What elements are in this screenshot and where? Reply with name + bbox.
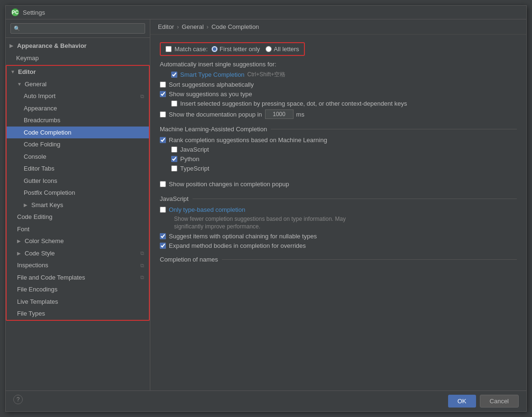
sidebar-item-general[interactable]: ▼ General — [7, 78, 149, 91]
sidebar-item-postfix-completion[interactable]: Postfix Completion — [7, 187, 149, 199]
sidebar-item-code-completion[interactable]: Code Completion — [7, 127, 149, 139]
js-section-line — [193, 199, 517, 199]
arrow-icon: ▶ — [17, 237, 23, 245]
sidebar-item-label: Code Style — [25, 249, 55, 258]
search-input[interactable] — [10, 23, 145, 34]
show-suggestions-check[interactable] — [160, 91, 166, 97]
match-case-check[interactable] — [165, 46, 172, 52]
sidebar-item-label: Appearance — [24, 104, 57, 113]
sidebar-item-editor-tabs[interactable]: Editor Tabs — [7, 163, 149, 175]
ml-section-separator: Machine Learning-Assisted Completion — [160, 126, 517, 133]
sidebar-item-label: File Types — [17, 309, 45, 318]
sidebar-item-file-encodings[interactable]: File Encodings — [7, 283, 149, 296]
copy-icon: ⧉ — [140, 92, 144, 100]
sidebar-item-file-types[interactable]: File Types — [7, 308, 149, 320]
typescript-check[interactable] — [171, 165, 177, 172]
show-position-check[interactable] — [160, 181, 166, 187]
suggest-nullable-label: Suggest items with optional chaining for… — [169, 233, 317, 240]
sidebar-item-appearance[interactable]: Appearance — [7, 102, 149, 115]
only-type-desc1: Show fewer completion suggestions based … — [174, 216, 517, 222]
sidebar-item-label: Color Scheme — [25, 236, 64, 246]
rank-ml-check[interactable] — [160, 137, 166, 143]
match-case-row: Match case: First letter only All letter… — [160, 42, 305, 56]
sidebar-item-keymap[interactable]: Keymap — [6, 52, 150, 64]
only-type-check[interactable] — [160, 207, 166, 213]
first-letter-radio[interactable]: First letter only — [211, 45, 260, 53]
sidebar-item-appearance-behavior[interactable]: ▶ Appearance & Behavior — [6, 40, 150, 52]
insert-selected-label: Insert selected suggestion by pressing s… — [180, 100, 407, 107]
sidebar-item-font[interactable]: Font — [7, 223, 149, 236]
help-button[interactable]: ? — [13, 395, 23, 404]
show-suggestions-label: Show suggestions as you type — [169, 91, 252, 98]
sidebar-item-code-style[interactable]: ▶ Code Style ⧉ — [7, 247, 149, 260]
rank-ml-checkbox[interactable]: Rank completion suggestions based on Mac… — [160, 136, 517, 144]
sidebar-item-code-editing[interactable]: Code Editing — [7, 211, 149, 223]
insert-selected-checkbox[interactable]: Insert selected suggestion by pressing s… — [171, 100, 517, 107]
suggest-nullable-checkbox[interactable]: Suggest items with optional chaining for… — [160, 233, 517, 240]
sidebar-item-smart-keys[interactable]: ▶ Smart Keys — [7, 199, 149, 211]
sidebar-item-breadcrumbs[interactable]: Breadcrumbs — [7, 114, 149, 127]
copy-icon: ⧉ — [140, 249, 144, 257]
match-case-checkbox[interactable]: Match case: — [165, 45, 208, 53]
sidebar-item-live-templates[interactable]: Live Templates — [7, 296, 149, 308]
arrow-icon: ▶ — [24, 201, 29, 208]
sidebar-item-console[interactable]: Console — [7, 151, 149, 163]
sidebar-item-label: Code Editing — [17, 212, 52, 222]
show-suggestions-checkbox[interactable]: Show suggestions as you type — [160, 91, 517, 98]
sort-alpha-check[interactable] — [160, 82, 166, 88]
expand-method-check[interactable] — [160, 243, 166, 249]
insert-selected-check[interactable] — [171, 100, 177, 107]
all-letters-label: All letters — [274, 45, 299, 53]
python-label: Python — [180, 155, 199, 163]
match-case-label: Match case: — [174, 45, 208, 53]
sidebar-item-inspections[interactable]: Inspections ⧉ — [7, 259, 149, 272]
sidebar-item-label: File Encodings — [17, 285, 57, 294]
smart-type-checkbox[interactable]: Smart Type Completion Ctrl+Shift+空格 — [171, 71, 517, 79]
sort-alpha-label: Sort suggestions alphabetically — [169, 81, 254, 88]
doc-popup-value-input[interactable] — [265, 109, 294, 119]
arrow-icon: ▼ — [10, 68, 16, 75]
search-box: 🔍 — [6, 19, 150, 38]
only-type-checkbox[interactable]: Only type-based completion — [160, 206, 517, 213]
search-icon: 🔍 — [14, 26, 20, 32]
sort-alpha-checkbox[interactable]: Sort suggestions alphabetically — [160, 81, 517, 88]
smart-type-check[interactable] — [171, 72, 177, 78]
ok-button[interactable]: OK — [448, 395, 476, 408]
completion-names-line — [222, 259, 517, 260]
js-section-label: JavaScript — [160, 195, 193, 202]
show-doc-popup-checkbox[interactable]: Show the documentation popup in ms — [160, 109, 517, 119]
rank-ml-label: Rank completion suggestions based on Mac… — [169, 136, 327, 144]
sidebar-item-auto-import[interactable]: Auto Import ⧉ — [7, 90, 149, 102]
sidebar-item-label: Live Templates — [17, 297, 58, 307]
arrow-icon: ▼ — [17, 81, 23, 88]
auto-insert-label: Automatically insert single suggestions … — [160, 61, 517, 68]
sidebar-item-code-folding[interactable]: Code Folding — [7, 138, 149, 151]
typescript-checkbox[interactable]: TypeScript — [171, 165, 517, 172]
show-doc-popup-check[interactable] — [160, 111, 166, 118]
sidebar-item-label: Breadcrumbs — [24, 116, 60, 125]
suggest-nullable-check[interactable] — [160, 233, 166, 239]
sidebar-item-label: Editor — [18, 67, 36, 77]
match-case-radio-group: First letter only All letters — [211, 45, 299, 53]
sidebar-item-color-scheme[interactable]: ▶ Color Scheme — [7, 235, 149, 247]
all-letters-radio-input[interactable] — [266, 46, 272, 52]
sidebar-item-file-code-templates[interactable]: File and Code Templates ⧉ — [7, 272, 149, 284]
first-letter-radio-input[interactable] — [211, 46, 218, 52]
sidebar-item-label: Code Completion — [24, 128, 71, 137]
editor-group-highlight: ▼ Editor ▼ General Auto Import ⧉ — [6, 65, 150, 321]
javascript-check[interactable] — [171, 146, 177, 153]
cancel-button[interactable]: Cancel — [480, 395, 519, 408]
javascript-checkbox[interactable]: JavaScript — [171, 146, 517, 153]
sidebar-item-editor[interactable]: ▼ Editor — [7, 66, 149, 78]
show-position-checkbox[interactable]: Show position changes in completion popu… — [160, 181, 517, 188]
expand-method-checkbox[interactable]: Expand method bodies in completion for o… — [160, 242, 517, 249]
python-checkbox[interactable]: Python — [171, 155, 517, 163]
all-letters-radio[interactable]: All letters — [266, 45, 299, 53]
doc-popup-unit: ms — [296, 111, 304, 118]
js-section-separator: JavaScript — [160, 195, 517, 202]
sidebar-item-gutter-icons[interactable]: Gutter Icons — [7, 175, 149, 187]
python-check[interactable] — [171, 156, 177, 162]
typescript-label: TypeScript — [180, 165, 209, 172]
show-doc-popup-label: Show the documentation popup in — [169, 111, 262, 118]
right-panel: Editor › General › Code Completion Match… — [150, 19, 526, 390]
